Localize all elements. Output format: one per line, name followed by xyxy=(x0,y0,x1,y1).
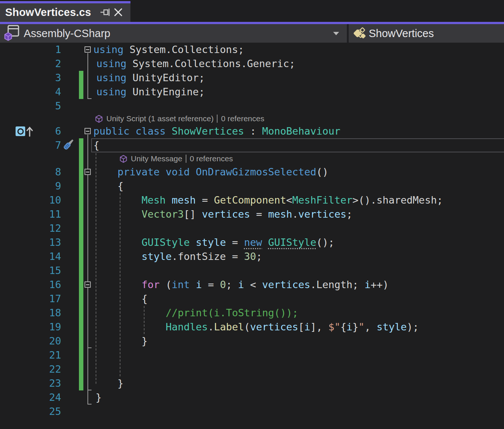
token: { xyxy=(93,293,147,304)
token: //print(i.ToString()); xyxy=(166,307,298,319)
code-text[interactable]: for (int i = 0; i < vertices.Length; i++… xyxy=(0,278,504,292)
codelens-separator xyxy=(217,115,218,123)
code-text[interactable]: GUIStyle style = new GUIStyle(); xyxy=(0,235,504,250)
code-line-4[interactable]: 4using UnityEngine; xyxy=(0,85,504,99)
code-line-7[interactable]: 7{ xyxy=(0,138,504,152)
token: 0 xyxy=(220,279,226,290)
code-line-5[interactable]: 5 xyxy=(0,99,504,113)
codelens-references[interactable]: 0 references xyxy=(221,114,264,123)
code-line-13[interactable]: 13 GUIStyle style = new GUIStyle(); xyxy=(0,235,504,250)
token: } xyxy=(93,377,123,389)
code-line-17[interactable]: 17 { xyxy=(0,292,504,306)
token: using xyxy=(96,72,126,83)
code-line-11[interactable]: 11 Vector3[] vertices = mesh.vertices; xyxy=(0,207,504,221)
code-line-9[interactable]: 9 { xyxy=(0,179,504,193)
close-icon[interactable] xyxy=(112,6,125,19)
token: : xyxy=(244,125,262,137)
code-text[interactable]: { xyxy=(0,179,504,193)
code-rows: 1using System.Collections;2using System.… xyxy=(0,43,504,429)
code-line-22[interactable]: 22 xyxy=(0,362,504,376)
vs-editor-window: ShowVertices.cs xyxy=(0,0,504,429)
token: style xyxy=(196,237,226,248)
code-text[interactable]: Mesh mesh = GetComponent<MeshFilter>().s… xyxy=(0,193,504,207)
code-line-14[interactable]: 14 style.fontSize = 30; xyxy=(0,250,504,264)
token: . xyxy=(208,321,214,333)
pin-icon[interactable] xyxy=(99,6,112,19)
token: = xyxy=(202,279,220,290)
code-text[interactable]: style.fontSize = 30; xyxy=(0,250,504,264)
code-text[interactable]: public class ShowVertices : MonoBehaviou… xyxy=(0,124,504,138)
token xyxy=(93,237,142,248)
codelens-row[interactable]: Unity Script (1 asset reference)0 refere… xyxy=(0,113,504,124)
code-line-21[interactable]: 21 xyxy=(0,348,504,362)
code-text[interactable]: { xyxy=(0,292,504,306)
code-text[interactable]: private void OnDrawGizmosSelected() xyxy=(0,165,504,179)
code-editor[interactable]: 1using System.Collections;2using System.… xyxy=(0,43,504,429)
token: ], xyxy=(310,321,328,333)
token: i xyxy=(304,321,310,333)
dropdown-chevron-icon[interactable] xyxy=(333,32,339,36)
code-line-6[interactable]: 6public class ShowVertices : MonoBehavio… xyxy=(0,124,504,138)
code-text[interactable]: using UnityEngine; xyxy=(0,85,504,99)
code-line-3[interactable]: 3using UnityEditor; xyxy=(0,71,504,85)
token: i xyxy=(346,321,352,333)
token: ; xyxy=(256,251,262,262)
token: Label xyxy=(214,321,244,333)
class-icon xyxy=(352,25,367,42)
codelens-row[interactable]: Unity Message0 references xyxy=(0,152,504,165)
unity-cube-icon xyxy=(95,115,103,123)
token: GetComponent xyxy=(214,194,286,206)
codelens-references[interactable]: 0 references xyxy=(190,154,233,163)
token: = xyxy=(226,237,244,248)
token: MonoBehaviour xyxy=(262,125,340,137)
code-line-24[interactable]: 24} xyxy=(0,390,504,405)
token: .Length; xyxy=(310,279,364,290)
codelens-separator xyxy=(186,155,186,163)
symbol-selector[interactable]: ShowVertices xyxy=(349,24,504,43)
code-text[interactable]: using System.Collections; xyxy=(0,43,504,57)
token: . xyxy=(292,208,298,220)
code-line-8[interactable]: 8 private void OnDrawGizmosSelected() xyxy=(0,165,504,179)
code-text[interactable]: Vector3[] vertices = mesh.vertices; xyxy=(0,207,504,221)
token: ( xyxy=(160,279,172,290)
code-line-10[interactable]: 10 Mesh mesh = GetComponent<MeshFilter>(… xyxy=(0,193,504,207)
line-number: 12 xyxy=(0,221,61,235)
code-text[interactable]: Handles.Label(vertices[i], $"{i}", style… xyxy=(0,320,504,334)
code-line-1[interactable]: 1using System.Collections; xyxy=(0,43,504,57)
code-line-12[interactable]: 12 xyxy=(0,221,504,235)
codelens-text[interactable]: Unity Script (1 asset reference) xyxy=(106,114,213,123)
token: i xyxy=(365,279,371,290)
code-text[interactable]: using UnityEditor; xyxy=(0,71,504,85)
token: [] xyxy=(184,208,202,220)
token xyxy=(190,237,196,248)
code-line-15[interactable]: 15 xyxy=(0,264,504,278)
token: Handles xyxy=(166,321,208,333)
symbol-name: ShowVertices xyxy=(369,27,434,40)
code-line-18[interactable]: 18 //print(i.ToString()); xyxy=(0,306,504,320)
token: } xyxy=(352,321,358,333)
token: ++) xyxy=(371,279,389,290)
code-text[interactable]: //print(i.ToString()); xyxy=(0,306,504,320)
code-line-23[interactable]: 23 } xyxy=(0,376,504,390)
token: int xyxy=(172,279,190,290)
tab-showvertices[interactable]: ShowVertices.cs xyxy=(0,1,130,22)
code-line-2[interactable]: 2using System.Collections.Generic; xyxy=(0,57,504,71)
code-line-20[interactable]: 20 } xyxy=(0,334,504,348)
unity-cube-icon xyxy=(119,155,127,163)
project-selector[interactable]: Assembly-CSharp xyxy=(0,24,347,43)
token: UnityEditor; xyxy=(126,72,205,83)
token: UnityEngine; xyxy=(126,86,205,98)
code-text[interactable]: } xyxy=(0,334,504,348)
codelens-text[interactable]: Unity Message xyxy=(131,154,182,163)
token: mesh xyxy=(172,194,196,206)
line-number: 15 xyxy=(0,264,61,278)
token: style xyxy=(377,321,407,333)
code-text[interactable]: } xyxy=(0,390,504,405)
code-text[interactable]: using System.Collections.Generic; xyxy=(0,57,504,71)
token: [ xyxy=(298,321,304,333)
code-line-25[interactable]: 25 xyxy=(0,405,504,419)
code-line-19[interactable]: 19 Handles.Label(vertices[i], $"{i}", st… xyxy=(0,320,504,334)
token: = xyxy=(196,194,214,206)
code-line-16[interactable]: 16 for (int i = 0; i < vertices.Length; … xyxy=(0,278,504,292)
code-text[interactable]: } xyxy=(0,376,504,390)
